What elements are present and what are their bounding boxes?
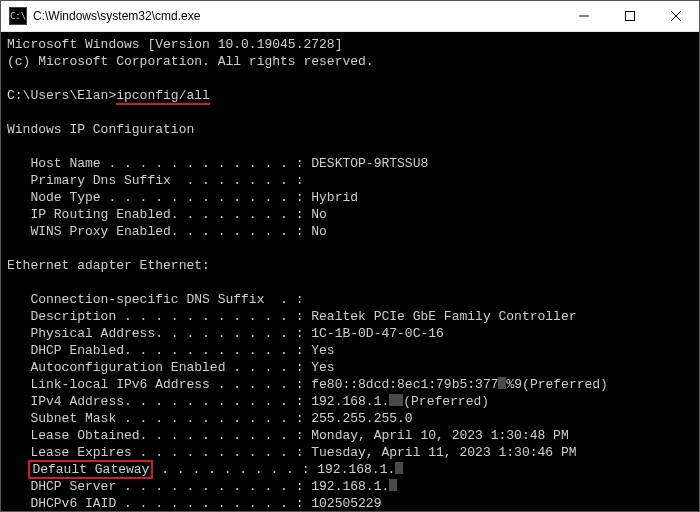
titlebar[interactable]: C:\ C:\Windows\system32\cmd.exe bbox=[1, 1, 699, 32]
lease-expires-value: Tuesday, April 11, 2023 1:30:46 PM bbox=[311, 445, 576, 460]
wins-proxy-value: No bbox=[311, 224, 327, 239]
terminal-output[interactable]: Microsoft Windows [Version 10.0.19045.27… bbox=[1, 32, 699, 511]
node-type-value: Hybrid bbox=[311, 190, 358, 205]
node-type-label: Node Type . . . . . . . . . . . . : bbox=[7, 190, 311, 205]
svg-rect-1 bbox=[626, 12, 635, 21]
dhcpv6-iaid-label: DHCPv6 IAID . . . . . . . . . . . : bbox=[7, 496, 311, 511]
wins-proxy-label: WINS Proxy Enabled. . . . . . . . : bbox=[7, 224, 311, 239]
description-label: Description . . . . . . . . . . . : bbox=[7, 309, 311, 324]
window-controls bbox=[561, 1, 699, 31]
ipv4-value-b: (Preferred) bbox=[403, 394, 489, 409]
dhcp-server-value: 192.168.1. bbox=[311, 479, 389, 494]
censor-block bbox=[395, 462, 403, 474]
window-title: C:\Windows\system32\cmd.exe bbox=[33, 9, 200, 23]
close-button[interactable] bbox=[653, 1, 699, 31]
maximize-button[interactable] bbox=[607, 1, 653, 31]
autoconfig-label: Autoconfiguration Enabled . . . . : bbox=[7, 360, 311, 375]
default-gateway-label: Default Gateway bbox=[28, 460, 153, 479]
description-value: Realtek PCIe GbE Family Controller bbox=[311, 309, 576, 324]
dhcp-enabled-label: DHCP Enabled. . . . . . . . . . . : bbox=[7, 343, 311, 358]
ipv6-value-a: fe80::8dcd:8ec1:79b5:377 bbox=[311, 377, 498, 392]
lease-expires-label: Lease Expires . . . . . . . . . . : bbox=[7, 445, 311, 460]
censor-block bbox=[389, 479, 397, 491]
subnet-value: 255.255.255.0 bbox=[311, 411, 412, 426]
ipv6-value-b: %9(Preferred) bbox=[506, 377, 607, 392]
gateway-dots: . . . . . . . . . : bbox=[153, 462, 317, 477]
ipv4-label: IPv4 Address. . . . . . . . . . . : bbox=[7, 394, 311, 409]
ip-routing-label: IP Routing Enabled. . . . . . . . : bbox=[7, 207, 311, 222]
dhcp-enabled-value: Yes bbox=[311, 343, 334, 358]
lease-obtained-label: Lease Obtained. . . . . . . . . . : bbox=[7, 428, 311, 443]
host-name-label: Host Name . . . . . . . . . . . . : bbox=[7, 156, 311, 171]
host-name-value: DESKTOP-9RTSSU8 bbox=[311, 156, 428, 171]
subnet-label: Subnet Mask . . . . . . . . . . . : bbox=[7, 411, 311, 426]
physical-address-label: Physical Address. . . . . . . . . : bbox=[7, 326, 311, 341]
titlebar-left: C:\ C:\Windows\system32\cmd.exe bbox=[1, 7, 200, 25]
gateway-value: 192.168.1. bbox=[317, 462, 395, 477]
banner-line-1: Microsoft Windows [Version 10.0.19045.27… bbox=[7, 37, 342, 52]
censor-block bbox=[389, 394, 403, 406]
physical-address-value: 1C-1B-0D-47-0C-16 bbox=[311, 326, 444, 341]
prompt-prefix: C:\Users\Elan> bbox=[7, 88, 116, 103]
ipv4-value-a: 192.168.1. bbox=[311, 394, 389, 409]
section-heading: Windows IP Configuration bbox=[7, 122, 194, 137]
section-heading: Ethernet adapter Ethernet: bbox=[7, 258, 210, 273]
ip-routing-value: No bbox=[311, 207, 327, 222]
dhcp-server-label: DHCP Server . . . . . . . . . . . : bbox=[7, 479, 311, 494]
typed-command: ipconfig/all bbox=[116, 88, 210, 105]
lease-obtained-value: Monday, April 10, 2023 1:30:48 PM bbox=[311, 428, 568, 443]
minimize-button[interactable] bbox=[561, 1, 607, 31]
primary-dns-suffix: Primary Dns Suffix . . . . . . . : bbox=[7, 173, 303, 188]
autoconfig-value: Yes bbox=[311, 360, 334, 375]
cmd-icon: C:\ bbox=[9, 7, 27, 25]
banner-line-2: (c) Microsoft Corporation. All rights re… bbox=[7, 54, 374, 69]
ipv6-label: Link-local IPv6 Address . . . . . : bbox=[7, 377, 311, 392]
conn-dns-suffix: Connection-specific DNS Suffix . : bbox=[7, 292, 303, 307]
cmd-window: C:\ C:\Windows\system32\cmd.exe Microsof… bbox=[0, 0, 700, 512]
dhcpv6-iaid-value: 102505229 bbox=[311, 496, 381, 511]
